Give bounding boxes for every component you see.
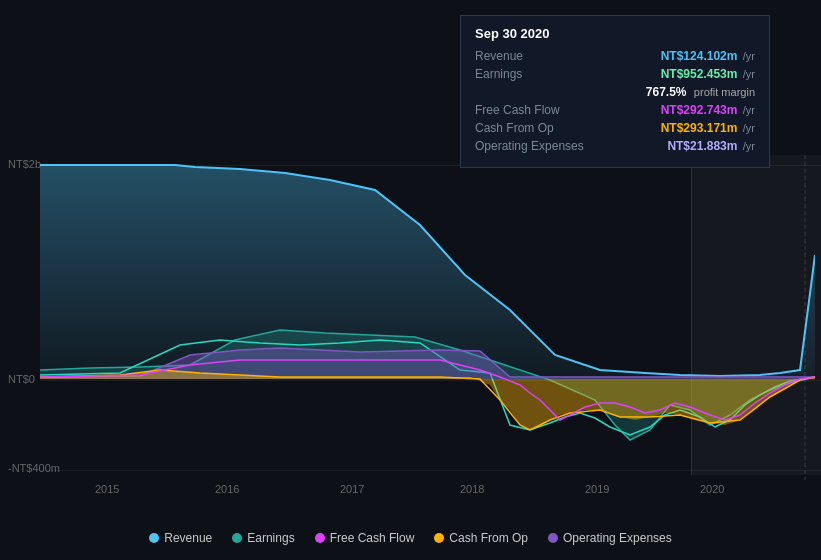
- legend-dot-cashop: [434, 533, 444, 543]
- legend-item-fcf[interactable]: Free Cash Flow: [315, 531, 415, 545]
- tooltip-unit-cashop: /yr: [743, 122, 755, 134]
- x-label-2020: 2020: [700, 483, 724, 495]
- tooltip-date: Sep 30 2020: [475, 26, 755, 41]
- tooltip-unit-fcf: /yr: [743, 104, 755, 116]
- tooltip-row-revenue: Revenue NT$124.102m /yr: [475, 49, 755, 63]
- tooltip-unit-earnings: /yr: [743, 68, 755, 80]
- legend-label-opex: Operating Expenses: [563, 531, 672, 545]
- tooltip-value-cashop: NT$293.171m: [661, 121, 738, 135]
- tooltip-value-opex: NT$21.883m: [667, 139, 737, 153]
- tooltip-row-margin: 767.5% profit margin: [475, 85, 755, 99]
- x-label-2015: 2015: [95, 483, 119, 495]
- tooltip-value-fcf: NT$292.743m: [661, 103, 738, 117]
- tooltip-sub-margin: profit margin: [694, 86, 755, 98]
- legend-dot-fcf: [315, 533, 325, 543]
- legend-dot-revenue: [149, 533, 159, 543]
- legend-item-revenue[interactable]: Revenue: [149, 531, 212, 545]
- tooltip-label-revenue: Revenue: [475, 49, 595, 63]
- tooltip-label-opex: Operating Expenses: [475, 139, 595, 153]
- chart-svg: [40, 155, 815, 480]
- x-label-2019: 2019: [585, 483, 609, 495]
- y-label-0: NT$0: [8, 373, 35, 385]
- legend-label-revenue: Revenue: [164, 531, 212, 545]
- tooltip-label-cashop: Cash From Op: [475, 121, 595, 135]
- tooltip-unit-opex: /yr: [743, 140, 755, 152]
- x-label-2016: 2016: [215, 483, 239, 495]
- tooltip-row-cashop: Cash From Op NT$293.171m /yr: [475, 121, 755, 135]
- tooltip-row-fcf: Free Cash Flow NT$292.743m /yr: [475, 103, 755, 117]
- legend-label-fcf: Free Cash Flow: [330, 531, 415, 545]
- tooltip-row-earnings: Earnings NT$952.453m /yr: [475, 67, 755, 81]
- tooltip-label-fcf: Free Cash Flow: [475, 103, 595, 117]
- legend-item-opex[interactable]: Operating Expenses: [548, 531, 672, 545]
- tooltip-value-earnings: NT$952.453m: [661, 67, 738, 81]
- chart-legend: Revenue Earnings Free Cash Flow Cash Fro…: [0, 531, 821, 545]
- legend-item-earnings[interactable]: Earnings: [232, 531, 294, 545]
- tooltip-value-revenue: NT$124.102m: [661, 49, 738, 63]
- y-label-2b: NT$2b: [8, 158, 41, 170]
- tooltip: Sep 30 2020 Revenue NT$124.102m /yr Earn…: [460, 15, 770, 168]
- x-label-2017: 2017: [340, 483, 364, 495]
- chart-container: NT$2b NT$0 -NT$400m: [0, 0, 821, 560]
- tooltip-unit-revenue: /yr: [743, 50, 755, 62]
- legend-label-cashop: Cash From Op: [449, 531, 528, 545]
- legend-label-earnings: Earnings: [247, 531, 294, 545]
- legend-dot-opex: [548, 533, 558, 543]
- x-label-2018: 2018: [460, 483, 484, 495]
- legend-item-cashop[interactable]: Cash From Op: [434, 531, 528, 545]
- legend-dot-earnings: [232, 533, 242, 543]
- tooltip-label-earnings: Earnings: [475, 67, 595, 81]
- tooltip-value-margin: 767.5%: [646, 85, 687, 99]
- tooltip-row-opex: Operating Expenses NT$21.883m /yr: [475, 139, 755, 153]
